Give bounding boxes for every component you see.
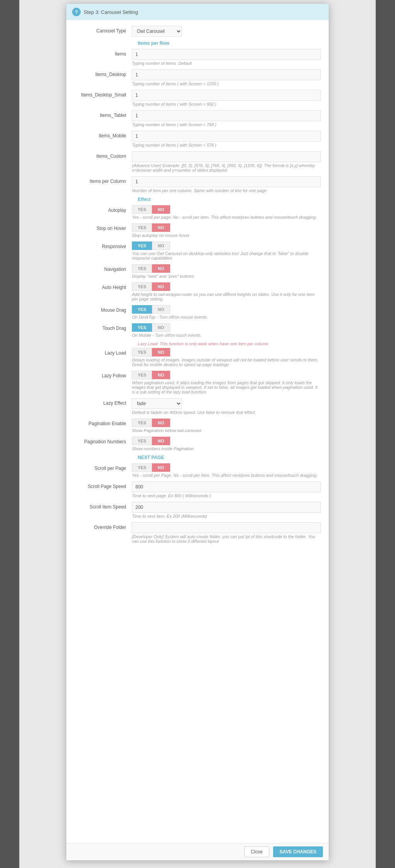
items-mobile-input[interactable] [132, 131, 321, 142]
pagination-numbers-no-btn[interactable]: NO [152, 437, 170, 445]
pagination-enable-yes-btn[interactable]: YES [132, 419, 152, 427]
navigation-no-btn[interactable]: NO [152, 264, 170, 273]
carousel-type-content: Owl Carousel [132, 26, 321, 37]
scroll-item-speed-label: Scroll Item Speed [74, 502, 132, 510]
carousel-type-select[interactable]: Owl Carousel [132, 26, 182, 37]
items-desktop-small-label: Items_Desktop_Small [74, 90, 132, 98]
scroll-item-speed-hint: Time to next item. Ex 200 (Milliseconds) [132, 514, 321, 518]
lazy-effect-content: fade Default is fadeln on 400ms speed. U… [132, 398, 321, 415]
scroll-per-page-hint: Yes - scroll per Page. No - scroll per I… [132, 473, 321, 478]
responsive-yes-btn[interactable]: YES [132, 241, 152, 250]
scroll-item-speed-content: Time to next item. Ex 200 (Milliseconds) [132, 502, 321, 518]
auto-height-no-btn[interactable]: NO [152, 282, 170, 291]
items-desktop-label: Items_Desktop [74, 69, 132, 77]
help-icon: ? [72, 8, 81, 16]
scroll-page-speed-input[interactable] [132, 481, 321, 492]
items-desktop-small-hint: Typing number of items ( with Screen < 9… [132, 102, 321, 106]
override-folder-label: Override Folder [74, 522, 132, 530]
lazy-follow-hint: When pagination used, it skips loading t… [132, 380, 321, 394]
pagination-numbers-hint: Show numbers inside Pagination [132, 446, 321, 451]
mouse-drag-hint: On DeskTop - Turn off/on mouse events. [132, 315, 321, 319]
items-tablet-content: Typing number of items ( with Screen < 7… [132, 110, 321, 127]
navigation-hint: Display "next" and "prev" buttons. [132, 274, 321, 279]
carousel-type-label: Carousel Type [74, 26, 132, 34]
scroll-item-speed-input[interactable] [132, 502, 321, 513]
autoplay-content: YES NO Yes - scroll per page. No - scrol… [132, 205, 321, 220]
lazy-effect-select[interactable]: fade [132, 398, 182, 409]
scroll-page-speed-hint: Time to next page. Ex 800 ( Milliseconds… [132, 493, 321, 498]
save-changes-button[interactable]: SAVE CHANGES [273, 846, 323, 857]
responsive-content: YES NO You can use Owl Carousel on deskt… [132, 241, 321, 260]
mouse-drag-yes-btn[interactable]: YES [132, 305, 152, 314]
scroll-per-page-no-btn[interactable]: NO [152, 463, 170, 472]
pagination-enable-no-btn[interactable]: NO [152, 419, 170, 427]
lazy-follow-toggle: YES NO [132, 371, 321, 379]
mouse-drag-row: Mouse Drag YES NO On DeskTop - Turn off/… [74, 305, 321, 319]
lazy-load-yes-btn[interactable]: YES [132, 348, 152, 356]
responsive-no-btn[interactable]: NO [152, 241, 170, 250]
modal-title: Step 3: Carousel Setting [84, 9, 138, 15]
mouse-drag-no-btn[interactable]: NO [152, 305, 170, 314]
autoplay-row: Autoplay YES NO Yes - scroll per page. N… [74, 205, 321, 220]
responsive-toggle: YES NO [132, 241, 321, 250]
items-label: Items [74, 49, 132, 57]
modal-body[interactable]: Carousel Type Owl Carousel Items per Row… [66, 20, 329, 843]
pagination-numbers-yes-btn[interactable]: YES [132, 437, 152, 445]
touch-drag-no-btn[interactable]: NO [152, 323, 170, 332]
items-mobile-hint: Typing number of items ( with Screen < 5… [132, 143, 321, 147]
items-custom-input[interactable] [132, 151, 321, 162]
stop-on-hover-yes-btn[interactable]: YES [132, 223, 152, 232]
responsive-label: Responsive [74, 241, 132, 249]
lazy-effect-hint: Default is fadeln on 400ms speed. Use fa… [132, 410, 321, 415]
items-content: Typing number of items. Default [132, 49, 321, 66]
lazy-load-hint: Delays loading of images. Images outside… [132, 358, 321, 367]
touch-drag-yes-btn[interactable]: YES [132, 323, 152, 332]
scroll-per-page-content: YES NO Yes - scroll per Page. No - scrol… [132, 463, 321, 478]
items-hint: Typing number of items. Default [132, 61, 321, 66]
lazy-load-label: Lazy Load [74, 348, 132, 356]
stop-on-hover-toggle: YES NO [132, 223, 321, 232]
lazy-load-note: Lazy Load: This function is only work wh… [138, 341, 321, 346]
pagination-numbers-toggle: YES NO [132, 437, 321, 445]
autoplay-yes-btn[interactable]: YES [132, 205, 152, 214]
items-per-column-label: Items per Column [74, 176, 132, 184]
effect-heading: Effect [138, 197, 321, 202]
scroll-per-page-yes-btn[interactable]: YES [132, 463, 152, 472]
items-per-row-heading: Items per Row [138, 41, 321, 46]
items-custom-row: Items_Custom (Advance User) Example: [[0… [74, 151, 321, 172]
items-mobile-content: Typing number of items ( with Screen < 5… [132, 131, 321, 147]
items-desktop-input[interactable] [132, 69, 321, 80]
items-tablet-input[interactable] [132, 110, 321, 121]
autoplay-no-btn[interactable]: NO [152, 205, 170, 214]
lazy-load-row: Lazy Load YES NO Delays loading of image… [74, 348, 321, 367]
touch-drag-hint: On Mobile - Turn off/on touch events. [132, 333, 321, 338]
auto-height-yes-btn[interactable]: YES [132, 282, 152, 291]
items-desktop-small-input[interactable] [132, 90, 321, 101]
close-button[interactable]: Close [244, 846, 269, 857]
autoplay-toggle: YES NO [132, 205, 321, 214]
navigation-row: Navigation YES NO Display "next" and "pr… [74, 264, 321, 279]
items-per-column-row: Items per Column Number of item per one … [74, 176, 321, 193]
items-tablet-hint: Typing number of items ( with Screen < 7… [132, 122, 321, 127]
pagination-enable-toggle: YES NO [132, 419, 321, 427]
lazy-load-no-btn[interactable]: NO [152, 348, 170, 356]
next-page-heading: NEXT PAGE [138, 455, 321, 460]
stop-on-hover-content: YES NO Stop autoplay on mouse hover [132, 223, 321, 238]
items-per-column-input[interactable] [132, 176, 321, 187]
items-input[interactable] [132, 49, 321, 60]
lazy-follow-no-btn[interactable]: NO [152, 371, 170, 379]
stop-on-hover-row: Stop on Hover YES NO Stop autoplay on mo… [74, 223, 321, 238]
items-desktop-row: Items_Desktop Typing number of items ( w… [74, 69, 321, 86]
items-per-column-hint: Number of item per one column. Same with… [132, 188, 321, 193]
lazy-follow-yes-btn[interactable]: YES [132, 371, 152, 379]
stop-on-hover-no-btn[interactable]: NO [152, 223, 170, 232]
pagination-enable-row: Pagination Enable YES NO Show Pagination… [74, 419, 321, 433]
navigation-yes-btn[interactable]: YES [132, 264, 152, 273]
items-row: Items Typing number of items. Default [74, 49, 321, 66]
mouse-drag-toggle: YES NO [132, 305, 321, 314]
responsive-hint: You can use Owl Carousel on desktop-only… [132, 251, 321, 260]
override-folder-input[interactable] [132, 522, 321, 533]
items-mobile-label: Items_Mobile [74, 131, 132, 138]
responsive-row: Responsive YES NO You can use Owl Carous… [74, 241, 321, 260]
stop-on-hover-label: Stop on Hover [74, 223, 132, 231]
